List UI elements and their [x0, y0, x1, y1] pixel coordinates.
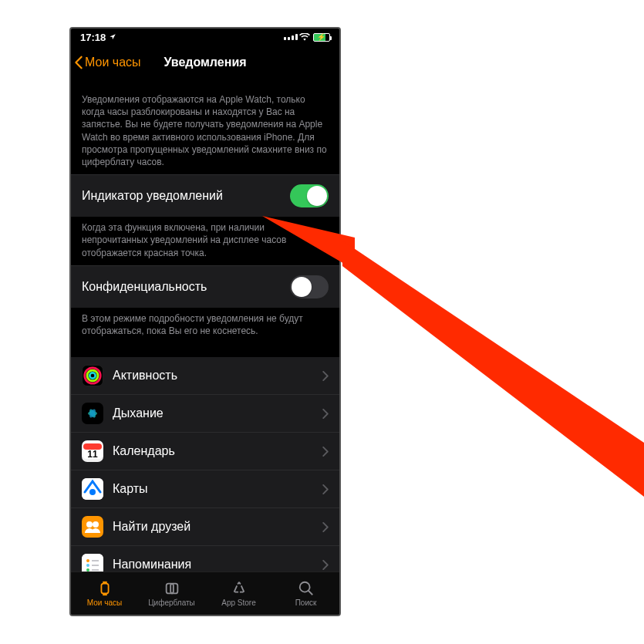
app-label: Календарь [113, 444, 322, 458]
cell-label: Конфиденциальность [82, 280, 290, 294]
app-row-friends[interactable]: Найти друзей [71, 507, 339, 545]
svg-point-10 [89, 489, 96, 495]
app-row-maps[interactable]: Карты [71, 470, 339, 507]
svg-rect-20 [101, 584, 108, 594]
chevron-right-icon [322, 409, 329, 419]
app-row-reminders[interactable]: Напоминания [71, 545, 339, 572]
chevron-right-icon [322, 484, 329, 494]
svg-point-11 [86, 521, 93, 528]
phone-frame: 17:18 ⚡ Мои часы Уведомления Уведомления… [69, 27, 341, 616]
status-time: 17:18 [80, 32, 106, 43]
chevron-right-icon [322, 522, 329, 532]
toggle-notification-indicator[interactable] [290, 184, 329, 207]
back-button[interactable]: Мои часы [74, 56, 141, 69]
tab-faces[interactable]: Циферблаты [138, 572, 205, 615]
svg-point-12 [93, 521, 99, 528]
svg-rect-22 [103, 593, 107, 595]
footer-privacy: В этом режиме подробности уведомления не… [71, 308, 339, 343]
app-row-breathe[interactable]: Дыхание [71, 394, 339, 432]
svg-marker-28 [342, 241, 644, 497]
signal-icon [284, 34, 298, 40]
chevron-right-icon [322, 371, 329, 381]
chevron-right-icon [322, 560, 329, 570]
location-icon [109, 33, 116, 41]
app-list: АктивностьДыхание11КалендарьКартыНайти д… [71, 357, 339, 572]
calendar-icon: 11 [82, 440, 103, 462]
cell-privacy[interactable]: Конфиденциальность [71, 265, 339, 308]
tab-label: App Store [221, 598, 255, 607]
watch-icon [96, 580, 113, 597]
app-label: Найти друзей [113, 520, 322, 534]
cell-notification-indicator[interactable]: Индикатор уведомлений [71, 174, 339, 217]
content-scroll[interactable]: Уведомления отображаются на Apple Watch,… [71, 79, 339, 572]
svg-rect-13 [82, 554, 103, 572]
svg-point-14 [86, 559, 89, 562]
back-label: Мои часы [85, 56, 141, 69]
chevron-left-icon [74, 56, 83, 69]
maps-icon [82, 478, 103, 500]
wifi-icon [299, 33, 310, 41]
tab-label: Циферблаты [148, 598, 195, 607]
svg-point-15 [86, 564, 89, 567]
app-label: Дыхание [113, 406, 322, 420]
svg-point-25 [299, 582, 309, 592]
app-label: Карты [113, 482, 322, 496]
status-bar: 17:18 ⚡ [71, 29, 339, 46]
svg-line-26 [308, 591, 312, 595]
app-row-calendar[interactable]: 11Календарь [71, 432, 339, 470]
svg-rect-21 [103, 582, 107, 584]
faces-icon [164, 580, 180, 597]
app-row-activity[interactable]: Активность [71, 357, 339, 394]
tab-appstore[interactable]: App Store [205, 572, 272, 615]
intro-description: Уведомления отображаются на Apple Watch,… [71, 79, 339, 174]
tab-watch[interactable]: Мои часы [71, 572, 138, 615]
cell-label: Индикатор уведомлений [82, 189, 290, 203]
app-label: Активность [113, 369, 322, 383]
search-icon [298, 580, 315, 597]
breathe-icon [82, 403, 103, 424]
tab-label: Мои часы [87, 598, 122, 607]
chevron-right-icon [322, 447, 329, 457]
tab-label: Поиск [295, 598, 317, 607]
footer-notification-indicator: Когда эта функция включена, при наличии … [71, 217, 339, 265]
svg-point-2 [89, 373, 95, 378]
battery-icon: ⚡ [313, 33, 330, 42]
toggle-privacy[interactable] [290, 275, 329, 298]
tab-bar: Мои часыЦиферблатыApp StoreПоиск [71, 572, 339, 615]
activity-icon [82, 365, 103, 386]
tab-search[interactable]: Поиск [272, 572, 339, 615]
friends-icon [82, 516, 103, 538]
navbar: Мои часы Уведомления [71, 46, 339, 79]
reminders-icon [82, 554, 103, 572]
appstore-icon [231, 580, 248, 597]
app-label: Напоминания [113, 558, 322, 572]
svg-text:11: 11 [87, 449, 98, 460]
